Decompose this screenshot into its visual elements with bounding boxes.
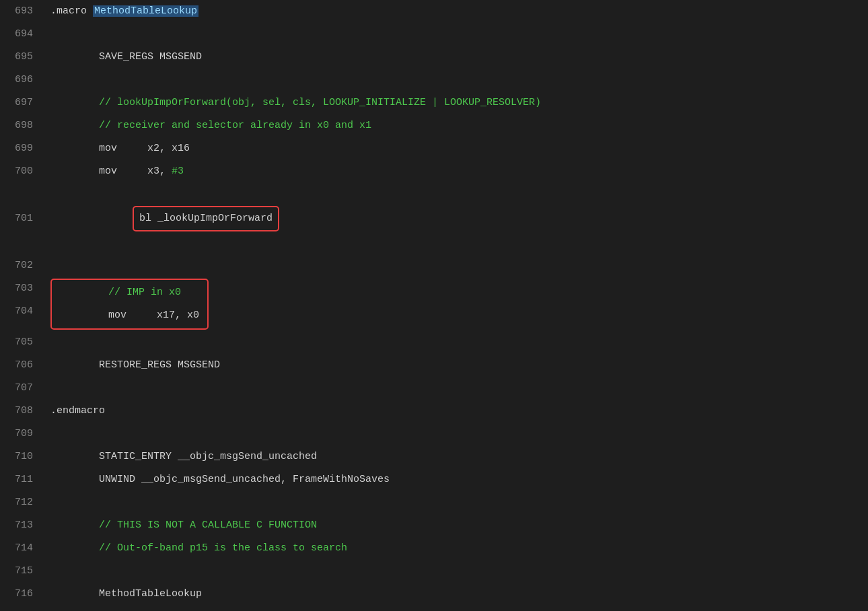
line-number: 709 xyxy=(0,423,44,445)
line-content: RESTORE_REGS MSGSEND xyxy=(44,354,868,377)
line-content: bl _lookUpImpOrForward xyxy=(44,183,868,254)
line-number: 695 xyxy=(0,46,44,69)
line-number: 706 xyxy=(0,354,44,377)
code-line: 706 RESTORE_REGS MSGSEND xyxy=(0,354,868,377)
code-line: 705 xyxy=(0,331,868,354)
line-content: .endmacro xyxy=(44,400,868,423)
line-content: // Out-of-band p15 is the class to searc… xyxy=(44,537,868,560)
line-content: SAVE_REGS MSGSEND xyxy=(44,46,868,69)
code-line: 700 mov x3, #3 xyxy=(0,160,868,183)
code-line: 712 xyxy=(0,491,868,514)
line-number: 701 xyxy=(0,207,44,230)
line-number: 693 xyxy=(0,0,44,23)
line-number: 711 xyxy=(0,468,44,491)
line-content: mov x2, x16 xyxy=(44,137,868,160)
line-number: 700 xyxy=(0,160,44,183)
code-line: 709 xyxy=(0,423,868,445)
code-editor: 693 .macro MethodTableLookup 694 695 SAV… xyxy=(0,0,868,611)
code-line: 713 // THIS IS NOT A CALLABLE C FUNCTION xyxy=(0,514,868,537)
code-line: 707 xyxy=(0,377,868,400)
line-content: .macro MethodTableLookup xyxy=(44,0,868,23)
line-number: 710 xyxy=(0,445,44,468)
code-line: 708 .endmacro xyxy=(0,400,868,423)
line-number: 707 xyxy=(0,377,44,400)
code-line: 717 TailCallFunctionPointer x17 xyxy=(0,606,868,611)
line-number: 696 xyxy=(0,69,44,92)
line-number: 694 xyxy=(0,23,44,46)
code-line: 694 xyxy=(0,23,868,46)
code-line: 714 // Out-of-band p15 is the class to s… xyxy=(0,537,868,560)
line-content: // THIS IS NOT A CALLABLE C FUNCTION xyxy=(44,514,868,537)
code-line: 696 xyxy=(0,69,868,92)
code-lines: 693 .macro MethodTableLookup 694 695 SAV… xyxy=(0,0,868,611)
line-number: 699 xyxy=(0,137,44,160)
line-content: mov x3, #3 xyxy=(44,160,868,183)
code-line: 715 xyxy=(0,560,868,583)
code-line: 710 STATIC_ENTRY __objc_msgSend_uncached xyxy=(0,445,868,468)
line-number: 697 xyxy=(0,92,44,114)
line-number: 704 xyxy=(0,300,44,323)
line-number: 713 xyxy=(0,514,44,537)
line-number: 702 xyxy=(0,254,44,277)
code-line: 693 .macro MethodTableLookup xyxy=(0,0,868,23)
code-line: 702 xyxy=(0,254,868,277)
line-number: 708 xyxy=(0,400,44,423)
code-line: 697 // lookUpImpOrForward(obj, sel, cls,… xyxy=(0,92,868,114)
line-number: 714 xyxy=(0,537,44,560)
code-line: 716 MethodTableLookup xyxy=(0,583,868,606)
boxed-region: 703 704 // IMP in x0 mov x17, x0 xyxy=(0,277,868,331)
line-number: 715 xyxy=(0,560,44,583)
code-line: 711 UNWIND __objc_msgSend_uncached, Fram… xyxy=(0,468,868,491)
code-line-704: 704 xyxy=(0,300,44,323)
line-number: 716 xyxy=(0,583,44,606)
code-line: 699 mov x2, x16 xyxy=(0,137,868,160)
line-number: 712 xyxy=(0,491,44,514)
code-line-703: 703 xyxy=(0,277,44,300)
code-line: 698 // receiver and selector already in … xyxy=(0,114,868,137)
line-content: UNWIND __objc_msgSend_uncached, FrameWit… xyxy=(44,468,868,491)
line-content: STATIC_ENTRY __objc_msgSend_uncached xyxy=(44,445,868,468)
line-number: 705 xyxy=(0,331,44,354)
line-content: MethodTableLookup xyxy=(44,583,868,606)
line-content: TailCallFunctionPointer x17 xyxy=(44,606,868,611)
code-line-701: 701 bl _lookUpImpOrForward xyxy=(0,183,868,254)
code-line: 695 SAVE_REGS MSGSEND xyxy=(0,46,868,69)
line-number: 703 xyxy=(0,277,44,300)
line-number: 698 xyxy=(0,114,44,137)
line-content: // receiver and selector already in x0 a… xyxy=(44,114,868,137)
line-number: 717 xyxy=(0,606,44,611)
line-content: // lookUpImpOrForward(obj, sel, cls, LOO… xyxy=(44,92,868,114)
